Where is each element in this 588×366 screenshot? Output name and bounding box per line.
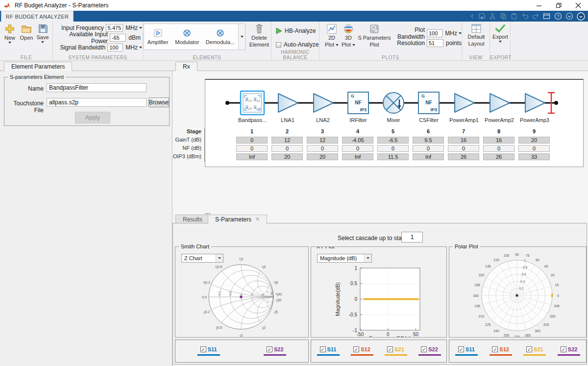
plot-bandwidth-input[interactable]: 100 (427, 29, 442, 37)
gain-cell[interactable]: 16 (483, 137, 514, 144)
amplifier-button[interactable]: Amplifier (147, 29, 169, 45)
2d-plot-button[interactable]: 2D Plot (323, 24, 340, 48)
svg-text:75: 75 (526, 254, 530, 257)
tab-rx[interactable]: Rx (175, 62, 197, 71)
oip3-cell[interactable]: 26 (483, 153, 514, 160)
tab-s-parameters[interactable]: S-Parameters ✕ (208, 215, 267, 224)
gain-cell[interactable]: 12 (307, 137, 338, 144)
s11-checkbox[interactable]: ✓ (320, 346, 326, 352)
rx-tab-label: Rx (183, 63, 190, 70)
stage-table: StageGainT (dB)NF (dB)OIP3 (dBm)100Inf21… (172, 128, 588, 165)
close-button[interactable] (568, 0, 588, 11)
save-button[interactable]: Save (35, 24, 50, 43)
oip3-cell[interactable]: 26 (448, 153, 479, 160)
s21-checkbox[interactable]: ✓ (526, 346, 532, 352)
gain-cell[interactable]: -6.5 (377, 137, 409, 144)
nf-cell[interactable]: 0 (342, 145, 373, 152)
cut-icon[interactable] (489, 13, 496, 20)
expand-icon[interactable] (565, 12, 573, 20)
s11-checkbox[interactable]: ✓ (200, 346, 206, 352)
legend-label: S11 (466, 346, 475, 352)
nf-cell[interactable]: 0 (413, 145, 444, 152)
modulator-button[interactable]: Modulator (175, 29, 199, 45)
auto-analyze-checkbox[interactable]: Auto-Analyze (276, 41, 318, 48)
oip3-cell[interactable]: 33 (518, 153, 550, 160)
nf-cell[interactable]: 0 (236, 145, 268, 152)
save-label: Save (36, 34, 49, 41)
save-icon (38, 24, 48, 34)
redo-icon[interactable] (532, 13, 539, 20)
tab-rf-budget-analyzer[interactable]: RF BUDGET ANALYZER (1, 11, 74, 22)
close-tab-icon[interactable]: ✕ (255, 216, 260, 222)
oip3-cell[interactable]: Inf (413, 153, 444, 160)
export-label: Export (492, 34, 508, 40)
s22-checkbox[interactable]: ✓ (267, 346, 272, 352)
svg-text:PowerAmp1: PowerAmp1 (449, 117, 479, 123)
name-field[interactable] (47, 83, 147, 92)
window-layout-icon[interactable] (543, 13, 551, 20)
nf-cell[interactable]: 0 (448, 145, 479, 152)
minimize-button[interactable] (529, 0, 549, 11)
demodulator-button[interactable]: Demodula... (206, 29, 235, 45)
oip3-cell[interactable]: 20 (271, 153, 303, 160)
3d-plot-button[interactable]: 3D Plot (340, 24, 357, 48)
oip3-cell[interactable]: 11.5 (377, 153, 409, 160)
sysparam-unit[interactable]: MHz (125, 44, 138, 51)
resolution-input[interactable]: 51 (427, 39, 443, 47)
s21-checkbox[interactable]: ✓ (387, 346, 393, 352)
undo-icon[interactable] (521, 13, 529, 20)
s22-checkbox[interactable]: ✓ (561, 346, 566, 352)
stage-selector-input[interactable]: 1 (401, 232, 423, 243)
save-icon[interactable] (478, 13, 486, 20)
gain-cell[interactable]: -4.05 (342, 137, 373, 144)
gain-cell[interactable]: 12 (271, 137, 303, 144)
gain-cell[interactable]: 9.5 (413, 137, 444, 144)
oip3-cell[interactable]: 20 (307, 153, 338, 160)
restore-button[interactable] (549, 0, 568, 11)
browse-button[interactable]: Browse (148, 98, 169, 107)
legend-label: S22 (428, 346, 438, 352)
export-button[interactable]: Export (491, 24, 510, 43)
help-icon[interactable]: ? (554, 12, 562, 20)
sysparam-input[interactable]: -65 (110, 34, 126, 42)
nf-cell[interactable]: 0 (377, 145, 409, 152)
gallery-dropdown-button[interactable] (239, 24, 245, 50)
sysparam-input[interactable]: 5.475 (106, 24, 123, 32)
s12-checkbox[interactable]: ✓ (353, 346, 359, 352)
open-button[interactable]: Open (19, 24, 34, 41)
new-button[interactable]: New (3, 24, 17, 44)
gain-cell[interactable]: 16 (448, 137, 479, 144)
xy-type-dropdown[interactable]: Magnitude (dB) (317, 254, 372, 263)
svg-text:0.6: 0.6 (522, 272, 526, 276)
nf-cell[interactable]: 0 (307, 145, 338, 152)
nf-cell[interactable]: 0 (271, 145, 303, 152)
legend-label: S22 (274, 346, 284, 352)
oip3-cell[interactable]: Inf (236, 153, 268, 160)
touchstone-file-field[interactable] (47, 98, 147, 107)
gain-cell[interactable]: 20 (518, 137, 550, 144)
minimize-ribbon-icon[interactable] (577, 12, 585, 21)
delete-element-button[interactable]: Delete Element (248, 24, 270, 48)
gain-cell[interactable]: 0 (236, 137, 268, 144)
s12-checkbox[interactable]: ✓ (492, 346, 498, 352)
sysparam-unit[interactable]: MHz (125, 24, 138, 31)
nf-cell[interactable]: 0 (518, 145, 550, 152)
s22-checkbox[interactable]: ✓ (421, 346, 427, 352)
nf-cell[interactable]: 0 (483, 145, 514, 152)
smith-legend: ✓S11✓S22 (175, 340, 309, 363)
oip3-cell[interactable]: Inf (342, 153, 373, 160)
sysparam-input[interactable]: 100 (107, 44, 123, 51)
modulator-icon (183, 29, 191, 37)
tab-element-parameters[interactable]: Element Parameters (4, 62, 72, 71)
s11-checkbox[interactable]: ✓ (458, 346, 464, 352)
default-layout-button[interactable]: Default Layout (465, 24, 488, 47)
paste-icon[interactable] (511, 13, 518, 20)
svg-text:0.5: 0.5 (229, 291, 232, 295)
plot-bandwidth-unit[interactable]: MHz (445, 30, 457, 37)
copy-icon[interactable] (500, 13, 507, 20)
smith-type-dropdown[interactable]: Z Chart (181, 254, 223, 263)
section-label-system-parameters: SYSTEM PARAMETERS (53, 55, 143, 60)
svg-text:+j5: +j5 (273, 281, 278, 285)
apply-button[interactable]: Apply (75, 112, 110, 123)
hb-analyze-button[interactable]: HB-Analyze (276, 27, 316, 34)
